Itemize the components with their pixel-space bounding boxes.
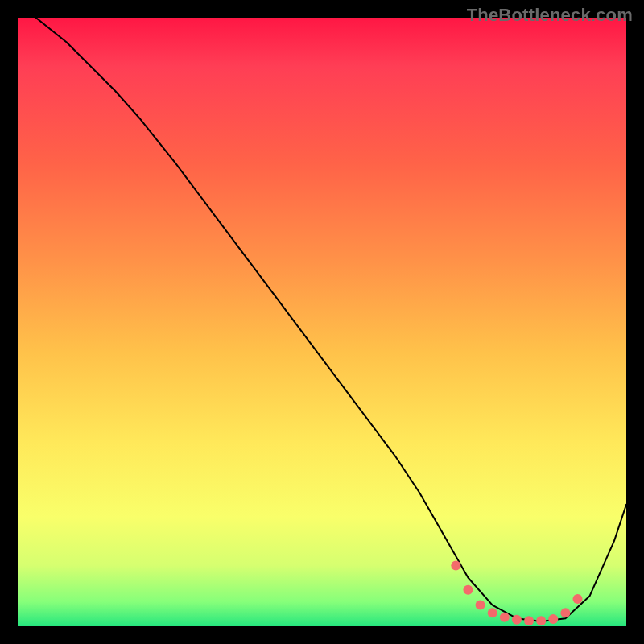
curve-line [36,18,626,621]
chart-plot-area [18,18,626,626]
valley-dot [476,601,485,610]
valley-dot [500,613,510,622]
valley-dots-group [451,560,582,625]
chart-svg [18,18,626,626]
valley-dot [451,560,460,570]
watermark-text: TheBottleneck.com [467,5,633,26]
valley-dot [573,594,583,604]
valley-dot [524,616,534,625]
valley-dot [512,615,522,625]
valley-dot [463,585,473,595]
valley-dot [488,608,497,617]
valley-dot [536,616,546,625]
valley-dot [548,614,558,624]
chart-frame: TheBottleneck.com [0,0,644,644]
valley-dot [560,608,570,617]
